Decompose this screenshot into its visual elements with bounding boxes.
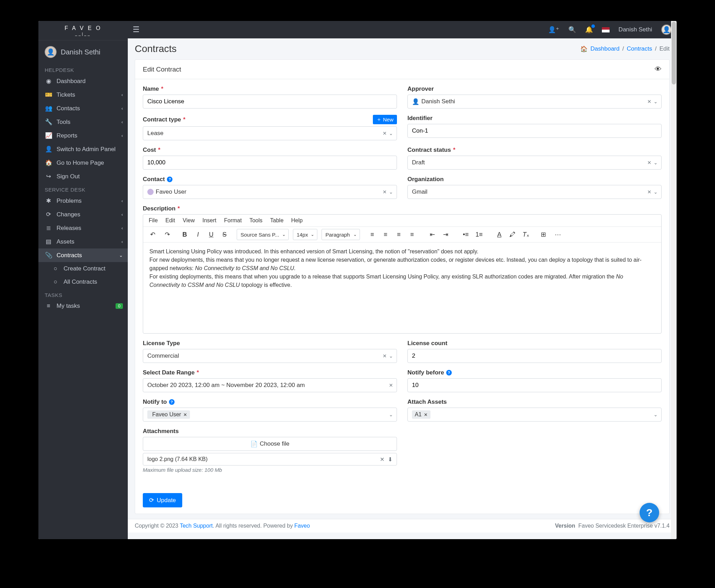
search-icon[interactable]: 🔍 <box>568 26 576 34</box>
sidebar-item-dashboard[interactable]: ◉Dashboard <box>38 74 128 88</box>
highlight-icon[interactable]: 🖍 <box>507 229 518 240</box>
size-select[interactable]: 14px <box>293 229 318 240</box>
contact-select[interactable]: Faveo User ✕⌄ <box>143 185 397 199</box>
menu-table[interactable]: Table <box>270 217 283 224</box>
remove-tag-icon[interactable]: ✕ <box>424 412 428 417</box>
sidebar-item-changes[interactable]: ⟳Changes‹ <box>38 208 128 221</box>
license-type-select[interactable]: Commercial ✕⌄ <box>143 349 397 363</box>
outdent-icon[interactable]: ⇤ <box>427 229 437 240</box>
sidebar-item-all-contracts[interactable]: ○All Contracts <box>38 275 128 289</box>
user-plus-icon[interactable]: 👤⁺ <box>548 26 559 34</box>
italic-icon[interactable]: I <box>193 229 203 240</box>
sidebar-item-tools[interactable]: 🔧Tools‹ <box>38 115 128 129</box>
menu-view[interactable]: View <box>183 217 194 224</box>
notify-to-select[interactable]: Faveo User✕ ⌄ <box>143 408 397 422</box>
clear-icon[interactable]: ✕ <box>647 189 651 195</box>
update-button[interactable]: ⟳Update <box>143 493 182 507</box>
menu-edit[interactable]: Edit <box>165 217 175 224</box>
sidebar-item-releases[interactable]: ≣Releases‹ <box>38 221 128 235</box>
sidebar-item-contracts[interactable]: 📎Contracts⌄ <box>38 248 128 262</box>
remove-file-icon[interactable]: ✕ <box>380 456 384 463</box>
align-left-icon[interactable]: ≡ <box>367 229 377 240</box>
choose-file-button[interactable]: 📄Choose file <box>143 437 397 451</box>
name-input[interactable] <box>143 95 397 109</box>
clear-icon[interactable]: ✕ <box>383 189 387 195</box>
table-icon[interactable]: ⊞ <box>538 229 548 240</box>
avatar[interactable]: 👤 <box>661 24 672 35</box>
sidebar-item-home[interactable]: 🏠Go to Home Page <box>38 156 128 170</box>
indent-icon[interactable]: ⇥ <box>440 229 451 240</box>
chevron-down-icon[interactable]: ⌄ <box>654 412 658 417</box>
menu-file[interactable]: File <box>149 217 158 224</box>
sidebar-item-contacts[interactable]: 👥Contacts‹ <box>38 102 128 115</box>
sidebar-item-create-contract[interactable]: ○Create Contract <box>38 262 128 275</box>
contract-type-select[interactable]: Lease ✕⌄ <box>143 126 397 140</box>
sidebar-item-admin[interactable]: 👤Switch to Admin Panel <box>38 142 128 156</box>
chevron-down-icon[interactable]: ⌄ <box>389 353 393 359</box>
identifier-input[interactable] <box>407 124 662 138</box>
clear-icon[interactable]: ✕ <box>389 382 393 388</box>
help-icon[interactable]: ? <box>169 399 175 405</box>
sidebar-item-tickets[interactable]: 🎫Tickets‹ <box>38 88 128 102</box>
text-color-icon[interactable]: A <box>494 229 504 240</box>
chevron-down-icon[interactable]: ⌄ <box>389 189 393 195</box>
menu-insert[interactable]: Insert <box>202 217 216 224</box>
menu-tools[interactable]: Tools <box>249 217 262 224</box>
redo-icon[interactable]: ↷ <box>162 229 172 240</box>
menu-format[interactable]: Format <box>224 217 242 224</box>
topbar-user-name[interactable]: Danish Sethi <box>619 26 652 33</box>
eye-icon[interactable]: 👁 <box>655 65 662 73</box>
cost-input[interactable] <box>143 156 397 170</box>
remove-tag-icon[interactable]: ✕ <box>183 412 187 417</box>
faveo-link[interactable]: Faveo <box>294 523 310 529</box>
notify-before-input[interactable] <box>407 378 662 392</box>
hamburger-icon[interactable]: ☰ <box>133 25 140 34</box>
new-contract-type-button[interactable]: ＋New <box>373 115 397 124</box>
font-select[interactable]: Source Sans P... <box>237 229 289 240</box>
bullet-list-icon[interactable]: •≡ <box>460 229 471 240</box>
chevron-down-icon[interactable]: ⌄ <box>654 160 658 165</box>
date-range-input[interactable]: October 20 2023, 12:00 am ~ November 20 … <box>143 378 397 392</box>
sidebar-item-assets[interactable]: ▤Assets‹ <box>38 235 128 248</box>
clear-icon[interactable]: ✕ <box>647 99 651 104</box>
breadcrumb-dashboard[interactable]: Dashboard <box>590 45 619 52</box>
chevron-down-icon[interactable]: ⌄ <box>654 189 658 195</box>
tech-support-link[interactable]: Tech Support <box>180 523 213 529</box>
underline-icon[interactable]: U <box>206 229 216 240</box>
flag-icon[interactable] <box>602 27 610 32</box>
clear-icon[interactable]: ✕ <box>383 131 387 136</box>
bold-icon[interactable]: B <box>179 229 190 240</box>
contract-status-select[interactable]: Draft ✕⌄ <box>407 156 662 170</box>
license-count-input[interactable] <box>407 349 662 363</box>
strike-icon[interactable]: S <box>219 229 230 240</box>
approver-select[interactable]: 👤Danish Sethi ✕⌄ <box>407 95 662 109</box>
bell-icon[interactable]: 🔔 <box>585 26 593 34</box>
clear-format-icon[interactable]: Tₓ <box>521 229 531 240</box>
help-fab[interactable]: ? <box>640 503 659 522</box>
help-icon[interactable]: ? <box>446 370 452 375</box>
clear-icon[interactable]: ✕ <box>383 353 387 359</box>
sidebar-item-reports[interactable]: 📈Reports‹ <box>38 129 128 142</box>
chevron-down-icon[interactable]: ⌄ <box>389 131 393 136</box>
breadcrumb-contracts[interactable]: Contracts <box>627 45 652 52</box>
undo-icon[interactable]: ↶ <box>147 229 158 240</box>
attach-assets-select[interactable]: A1✕ ⌄ <box>407 408 662 422</box>
sidebar-item-problems[interactable]: ✱Problems‹ <box>38 194 128 208</box>
number-list-icon[interactable]: 1≡ <box>474 229 484 240</box>
scrollbar[interactable] <box>671 21 677 539</box>
align-justify-icon[interactable]: ≡ <box>407 229 417 240</box>
more-icon[interactable]: ⋯ <box>553 229 563 240</box>
sidebar-item-mytasks[interactable]: ≡My tasks0 <box>38 299 128 313</box>
chevron-down-icon[interactable]: ⌄ <box>654 99 658 104</box>
download-icon[interactable]: ⬇ <box>388 456 392 463</box>
sidebar-user[interactable]: 👤 Danish Sethi <box>38 40 128 64</box>
organization-select[interactable]: Gmail ✕⌄ <box>407 185 662 199</box>
chevron-down-icon[interactable]: ⌄ <box>389 412 393 417</box>
editor-body[interactable]: Smart Licensing Using Policy was introdu… <box>143 243 661 333</box>
style-select[interactable]: Paragraph <box>322 229 360 240</box>
menu-help[interactable]: Help <box>291 217 303 224</box>
align-center-icon[interactable]: ≡ <box>380 229 391 240</box>
clear-icon[interactable]: ✕ <box>647 160 651 165</box>
align-right-icon[interactable]: ≡ <box>393 229 404 240</box>
help-icon[interactable]: ? <box>167 177 172 182</box>
